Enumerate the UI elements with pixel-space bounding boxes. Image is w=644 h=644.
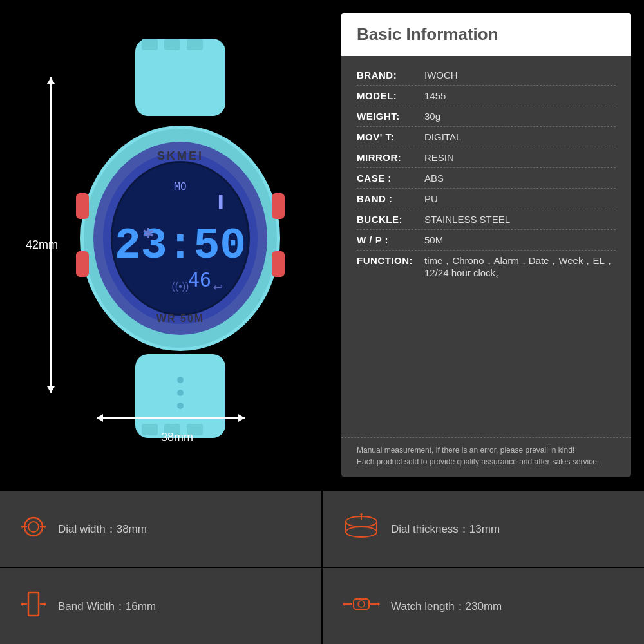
info-val-4: RESIN bbox=[424, 152, 616, 163]
svg-marker-41 bbox=[359, 513, 363, 515]
dim-line-vertical bbox=[50, 77, 52, 393]
svg-text:↩: ↩ bbox=[213, 281, 223, 294]
info-note: Manual measurement, if there is an error… bbox=[341, 437, 631, 477]
info-key-9: FUNCTION: bbox=[357, 255, 424, 266]
svg-rect-8 bbox=[272, 193, 285, 219]
svg-text:SKMEI: SKMEI bbox=[157, 149, 204, 162]
info-val-0: IWOCH bbox=[424, 70, 616, 80]
svg-rect-9 bbox=[272, 251, 285, 277]
info-key-7: BUCKLE: bbox=[357, 214, 424, 225]
svg-point-31 bbox=[28, 522, 39, 532]
svg-marker-51 bbox=[343, 602, 345, 606]
svg-text:✱: ✱ bbox=[142, 225, 154, 242]
watch-area: 42mm bbox=[0, 0, 341, 489]
specs-row-2: Band Width：16mm Watch length：230mm bbox=[0, 567, 644, 644]
dim-line-horizontal bbox=[97, 417, 245, 419]
svg-point-36 bbox=[346, 527, 377, 537]
info-val-2: 30g bbox=[424, 111, 616, 122]
watch-image: MO ▐ 23:50 46 ✱ ((•)) ↩ SKMEI WR 50M bbox=[64, 39, 296, 438]
info-val-7: STAINLESS STEEL bbox=[424, 214, 616, 225]
dial-thickness-icon bbox=[342, 513, 381, 545]
info-key-2: WEIGHT: bbox=[357, 111, 424, 122]
svg-point-27 bbox=[177, 377, 184, 383]
info-row-1: MODEL: 1455 bbox=[357, 86, 616, 106]
spec-dial-width: Dial width：38mm bbox=[0, 491, 323, 567]
info-title: Basic Information bbox=[357, 24, 616, 44]
info-key-1: MODEL: bbox=[357, 90, 424, 101]
specs-row-1: Dial width：38mm Dial thickness：13mm bbox=[0, 489, 644, 567]
info-val-5: ABS bbox=[424, 173, 616, 184]
info-panel: Basic Information BRAND: IWOCH MODEL: 14… bbox=[341, 13, 631, 477]
svg-marker-46 bbox=[44, 602, 46, 606]
svg-marker-34 bbox=[21, 525, 23, 529]
svg-text:23:50: 23:50 bbox=[115, 221, 246, 270]
spec-watch-length: Watch length：230mm bbox=[323, 568, 644, 644]
svg-text:▐: ▐ bbox=[216, 195, 223, 209]
svg-rect-6 bbox=[76, 193, 89, 219]
spec-dial-thickness: Dial thickness：13mm bbox=[323, 491, 644, 567]
svg-rect-3 bbox=[187, 39, 203, 50]
dim-width-text: 38mm bbox=[161, 431, 193, 444]
info-row-9: FUNCTION: time，Chrono，Alarm，Date，Week，EL… bbox=[357, 251, 616, 284]
info-row-0: BRAND: IWOCH bbox=[357, 65, 616, 86]
watch-length-label: Watch length：230mm bbox=[391, 599, 502, 614]
info-key-4: MIRROR: bbox=[357, 152, 424, 163]
svg-text:MO: MO bbox=[174, 180, 186, 193]
svg-marker-52 bbox=[378, 602, 380, 606]
svg-marker-45 bbox=[21, 602, 23, 606]
dial-thickness-label: Dial thickness：13mm bbox=[391, 522, 500, 536]
watch-length-icon bbox=[342, 590, 381, 622]
info-row-8: W / P : 50M bbox=[357, 230, 616, 251]
info-val-8: 50M bbox=[424, 234, 616, 245]
main-area: 42mm bbox=[0, 0, 644, 489]
svg-point-30 bbox=[24, 518, 43, 536]
info-key-6: BAND : bbox=[357, 193, 424, 204]
info-key-5: CASE : bbox=[357, 173, 424, 184]
svg-point-28 bbox=[177, 390, 184, 396]
svg-rect-42 bbox=[28, 592, 39, 616]
info-row-6: BAND : PU bbox=[357, 189, 616, 209]
info-key-0: BRAND: bbox=[357, 70, 424, 80]
info-key-3: MOV' T: bbox=[357, 131, 424, 142]
svg-text:((•)): ((•)) bbox=[172, 281, 189, 292]
svg-rect-1 bbox=[142, 39, 158, 50]
info-row-3: MOV' T: DIGITAL bbox=[357, 127, 616, 147]
dim-label-width: 38mm bbox=[161, 431, 193, 444]
info-row-7: BUCKLE: STAINLESS STEEL bbox=[357, 209, 616, 230]
dial-width-label: Dial width：38mm bbox=[58, 522, 147, 536]
info-val-1: 1455 bbox=[424, 90, 616, 101]
svg-rect-2 bbox=[164, 39, 180, 50]
band-width-label: Band Width：16mm bbox=[58, 599, 156, 614]
svg-point-48 bbox=[358, 601, 365, 607]
specs-bar: Dial width：38mm Dial thickness：13mm bbox=[0, 489, 644, 644]
svg-text:WR 50M: WR 50M bbox=[156, 313, 204, 324]
dim-label-height: 42mm bbox=[26, 238, 58, 252]
info-row-5: CASE : ABS bbox=[357, 168, 616, 189]
info-val-9: time，Chrono，Alarm，Date，Week，EL，12/24 hou… bbox=[424, 255, 616, 279]
dial-width-icon bbox=[19, 513, 48, 545]
info-row-2: WEIGHT: 30g bbox=[357, 106, 616, 127]
info-row-4: MIRROR: RESIN bbox=[357, 147, 616, 168]
dim-height-text: 42mm bbox=[26, 238, 58, 252]
svg-text:46: 46 bbox=[188, 269, 211, 291]
info-key-8: W / P : bbox=[357, 234, 424, 245]
info-header: Basic Information bbox=[341, 13, 631, 56]
spec-band-width: Band Width：16mm bbox=[0, 568, 323, 644]
info-rows: BRAND: IWOCH MODEL: 1455 WEIGHT: 30g MOV… bbox=[341, 62, 631, 433]
info-val-6: PU bbox=[424, 193, 616, 204]
svg-point-29 bbox=[177, 402, 184, 409]
svg-marker-35 bbox=[44, 525, 46, 529]
info-val-3: DIGITAL bbox=[424, 131, 616, 142]
svg-rect-7 bbox=[76, 251, 89, 277]
svg-rect-24 bbox=[142, 424, 158, 435]
band-width-icon bbox=[19, 590, 48, 622]
